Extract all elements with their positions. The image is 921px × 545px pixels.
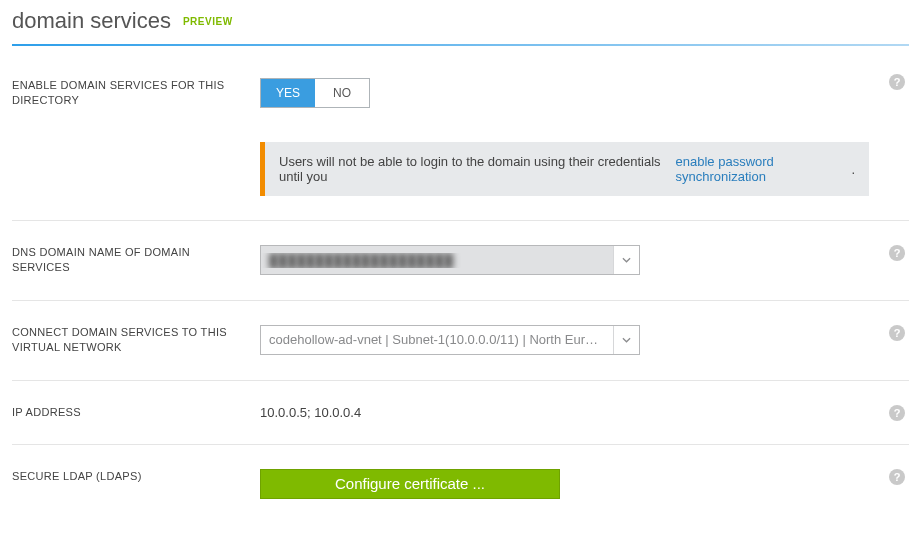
configure-certificate-button[interactable]: Configure certificate ...	[260, 469, 560, 499]
enable-label: ENABLE DOMAIN SERVICES FOR THIS DIRECTOR…	[12, 78, 260, 109]
section-vnet: CONNECT DOMAIN SERVICES TO THIS VIRTUAL …	[12, 300, 909, 380]
section-ip: IP ADDRESS 10.0.0.5; 10.0.0.4 ?	[12, 380, 909, 444]
help-icon[interactable]: ?	[889, 405, 905, 421]
chevron-down-icon	[613, 326, 639, 354]
password-sync-link[interactable]: enable password synchronization	[676, 154, 852, 184]
vnet-label: CONNECT DOMAIN SERVICES TO THIS VIRTUAL …	[12, 325, 260, 356]
info-banner: Users will not be able to login to the d…	[260, 142, 869, 196]
info-banner-text: Users will not be able to login to the d…	[279, 154, 676, 184]
vnet-dropdown-value: codehollow-ad-vnet | Subnet-1(10.0.0.0/1…	[261, 332, 613, 347]
section-enable: ENABLE DOMAIN SERVICES FOR THIS DIRECTOR…	[12, 70, 909, 220]
page-header: domain services PREVIEW	[12, 8, 909, 44]
enable-no-option[interactable]: NO	[315, 79, 369, 107]
dns-label: DNS DOMAIN NAME OF DOMAIN SERVICES	[12, 245, 260, 276]
ldaps-label: SECURE LDAP (LDAPS)	[12, 469, 260, 484]
header-divider	[12, 44, 909, 46]
ip-value: 10.0.0.5; 10.0.0.4	[260, 405, 869, 420]
dns-dropdown[interactable]: ████████████████████	[260, 245, 640, 275]
help-icon[interactable]: ?	[889, 245, 905, 261]
section-dns: DNS DOMAIN NAME OF DOMAIN SERVICES █████…	[12, 220, 909, 300]
vnet-dropdown[interactable]: codehollow-ad-vnet | Subnet-1(10.0.0.0/1…	[260, 325, 640, 355]
dns-dropdown-value: ████████████████████	[261, 253, 613, 268]
enable-toggle[interactable]: YES NO	[260, 78, 370, 108]
ip-label: IP ADDRESS	[12, 405, 260, 420]
help-icon[interactable]: ?	[889, 74, 905, 90]
preview-badge: PREVIEW	[183, 16, 233, 27]
help-icon[interactable]: ?	[889, 469, 905, 485]
section-ldaps: SECURE LDAP (LDAPS) Configure certificat…	[12, 444, 909, 523]
help-icon[interactable]: ?	[889, 325, 905, 341]
enable-yes-option[interactable]: YES	[261, 79, 315, 107]
page-title: domain services	[12, 8, 171, 34]
info-banner-suffix: .	[851, 162, 855, 177]
chevron-down-icon	[613, 246, 639, 274]
